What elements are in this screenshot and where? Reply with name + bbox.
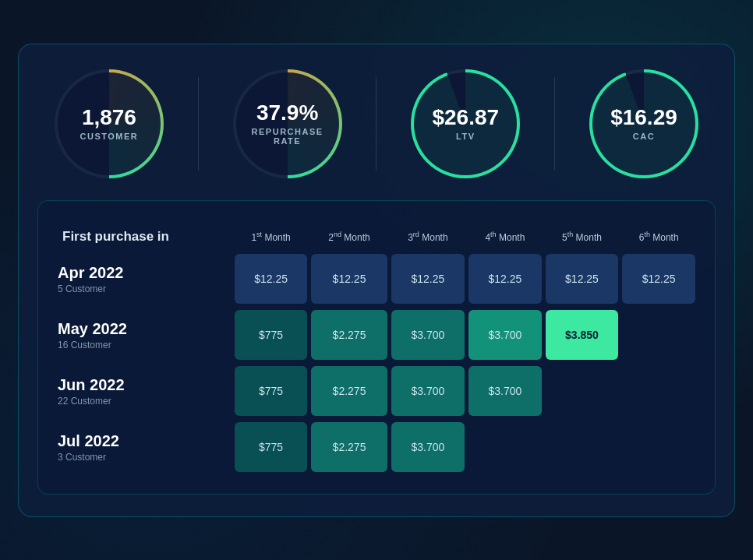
cell-r0-c4: $12.25 [546,254,619,304]
cell-r3-c4 [546,422,619,472]
kpi-circle: $26.87LTV [411,69,520,178]
kpi-circle: $16.29CAC [589,69,698,178]
cell-r2-c2: $3.700 [391,366,465,416]
table-row: Jul 20223 Customer$775$2.275$3.700 [58,422,695,472]
cell-r2-c1: $2.275 [311,366,387,416]
table-row: Apr 20225 Customer$12.25$12.25$12.25$12.… [58,254,695,304]
cell-r3-c5 [622,422,695,472]
kpi-item-0: 1,876CUSTOMER [55,69,164,178]
cell-r0-c1: $12.25 [311,254,387,304]
kpi-value: $26.87 [432,106,499,130]
dashboard-card: 1,876CUSTOMER37.9%REPURCHASE RATE$26.87L… [18,44,735,517]
row-month: Jul 2022 [58,431,223,450]
row-label-2: Jun 202222 Customer [58,366,231,416]
kpi-divider [554,77,555,171]
cell-r0-c2: $12.25 [391,254,465,304]
kpi-item-3: $16.29CAC [589,69,698,178]
cell-r3-c1: $2.275 [311,422,387,472]
cell-r0-c5: $12.25 [622,254,695,304]
kpi-item-1: 37.9%REPURCHASE RATE [233,69,342,178]
row-label-0: Apr 20225 Customer [58,254,231,304]
cell-r1-c1: $2.275 [311,310,387,360]
col-header-3: 3rd Month [391,226,465,248]
kpi-divider [198,77,199,171]
row-label-1: May 202216 Customer [58,310,231,360]
row-customers: 3 Customer [58,452,223,463]
kpi-item-2: $26.87LTV [411,69,520,178]
cell-r0-c0: $12.25 [235,254,308,304]
kpi-label: REPURCHASE RATE [252,127,323,146]
table-header-label: First purchase in [58,226,231,248]
col-header-2: 2nd Month [311,226,387,248]
cohort-table-card: First purchase in1st Month2nd Month3rd M… [37,200,716,495]
kpi-label: LTV [456,132,475,141]
cell-r2-c4 [546,366,619,416]
cell-r1-c2: $3.700 [391,310,465,360]
kpi-circle: 37.9%REPURCHASE RATE [233,69,342,178]
cohort-table: First purchase in1st Month2nd Month3rd M… [54,220,699,478]
table-row: Jun 202222 Customer$775$2.275$3.700$3.70… [58,366,695,416]
cell-r3-c3 [468,422,542,472]
row-customers: 22 Customer [58,396,223,407]
row-month: Apr 2022 [58,263,223,282]
kpi-value: 1,876 [82,106,136,130]
cell-r3-c2: $3.700 [391,422,465,472]
kpi-label: CUSTOMER [80,132,139,141]
cell-r1-c5 [622,310,695,360]
kpi-value: $16.29 [610,106,677,130]
cell-r2-c5 [622,366,695,416]
col-header-6: 6th Month [622,226,695,248]
cell-r0-c3: $12.25 [468,254,542,304]
cell-r2-c3: $3.700 [468,366,542,416]
kpi-row: 1,876CUSTOMER37.9%REPURCHASE RATE$26.87L… [37,69,716,178]
kpi-value: 37.9% [256,101,318,125]
kpi-circle: 1,876CUSTOMER [55,69,164,178]
cell-r1-c3: $3.700 [468,310,542,360]
kpi-label: CAC [633,132,655,141]
col-header-1: 1st Month [235,226,308,248]
kpi-divider [376,77,376,171]
row-month: Jun 2022 [58,375,223,394]
cell-r3-c0: $775 [235,422,308,472]
cell-r1-c0: $775 [235,310,308,360]
col-header-5: 5th Month [546,226,619,248]
cell-r2-c0: $775 [235,366,308,416]
row-label-3: Jul 20223 Customer [58,422,231,472]
row-month: May 2022 [58,319,223,338]
col-header-4: 4th Month [468,226,542,248]
cell-r1-c4: $3.850 [546,310,619,360]
table-row: May 202216 Customer$775$2.275$3.700$3.70… [58,310,695,360]
row-customers: 16 Customer [58,340,223,350]
row-customers: 5 Customer [58,284,223,294]
